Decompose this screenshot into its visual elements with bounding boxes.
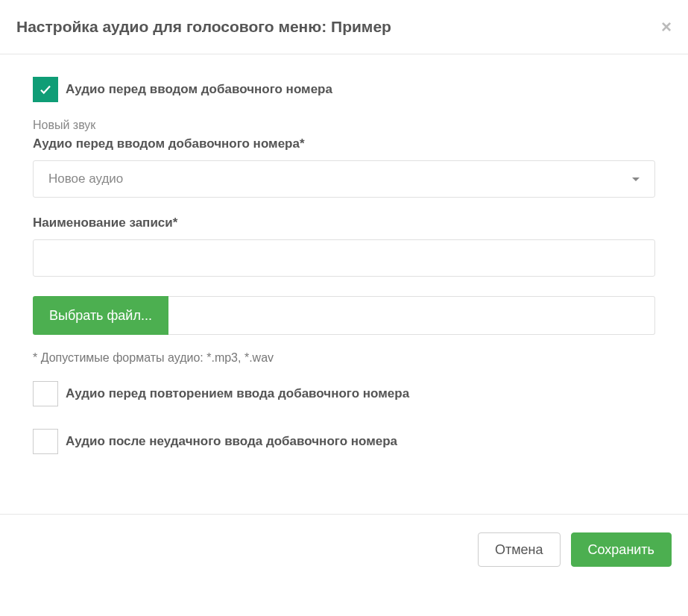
modal-footer: Отмена Сохранить xyxy=(0,514,688,588)
audio-settings-modal: Настройка аудио для голосового меню: При… xyxy=(0,0,688,588)
checkbox-before-input[interactable] xyxy=(33,77,58,102)
cancel-button[interactable]: Отмена xyxy=(478,532,561,567)
checkbox-before-repeat[interactable] xyxy=(33,381,58,406)
checkbox-before-input-label: Аудио перед вводом добавочного номера xyxy=(66,82,332,97)
modal-header: Настройка аудио для голосового меню: При… xyxy=(0,0,688,54)
audio-select-value: Новое аудио xyxy=(48,172,123,186)
audio-field-label: Аудио перед вводом добавочного номера* xyxy=(33,136,655,151)
new-sound-label: Новый звук xyxy=(33,119,655,132)
close-icon[interactable]: × xyxy=(661,18,672,36)
checkbox-after-fail[interactable] xyxy=(33,429,58,454)
audio-select[interactable]: Новое аудио xyxy=(33,160,655,198)
modal-title: Настройка аудио для голосового меню: При… xyxy=(16,18,391,36)
checkbox-row-after-fail: Аудио после неудачного ввода добавочного… xyxy=(33,429,655,454)
audio-select-wrapper: Новое аудио xyxy=(33,160,655,198)
checkbox-before-repeat-label: Аудио перед повторением ввода добавочног… xyxy=(66,386,409,401)
file-row: Выбрать файл... xyxy=(33,296,655,335)
checkbox-row-before-repeat: Аудио перед повторением ввода добавочног… xyxy=(33,381,655,406)
chevron-down-icon xyxy=(632,177,640,181)
name-field-label: Наименование записи* xyxy=(33,216,655,230)
checkbox-after-fail-label: Аудио после неудачного ввода добавочного… xyxy=(66,434,397,449)
format-hint: * Допустимые форматы аудио: *.mp3, *.wav xyxy=(33,351,655,365)
choose-file-button[interactable]: Выбрать файл... xyxy=(33,296,168,335)
checkbox-row-before-input: Аудио перед вводом добавочного номера xyxy=(33,77,655,102)
check-icon xyxy=(39,83,52,96)
modal-body: Аудио перед вводом добавочного номера Но… xyxy=(0,54,688,491)
record-name-input[interactable] xyxy=(33,239,655,277)
file-name-display xyxy=(168,296,655,335)
save-button[interactable]: Сохранить xyxy=(571,532,672,567)
